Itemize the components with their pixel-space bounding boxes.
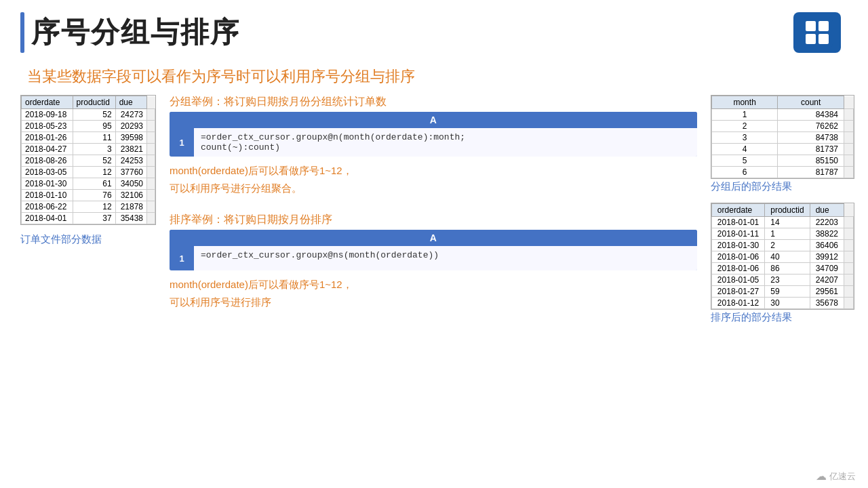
col-productid: productid [73,96,115,109]
col-orderdate: orderdate [22,96,73,109]
table-row: 2018-03-051237760 [22,167,155,178]
table-row: 2018-01-306134050 [22,178,155,190]
left-label: 订单文件部分数据 [20,233,156,246]
table-row: 2018-04-013735438 [22,213,155,224]
result-col-count: count [778,96,844,109]
sort-code-text: =order_ctx_cursor.groupx@ns(month(orderd… [194,246,697,270]
logo [793,12,841,53]
table-row: 384738 [711,132,853,144]
table-row: 2018-06-221221878 [22,201,155,213]
table-row: 2018-01-052324207 [711,274,853,286]
center-panel: 分组举例：将订购日期按月份分组统计订单数 A 1 =order_ctx_curs… [170,95,697,488]
main-content: orderdate productid due 2018-09-18522427… [0,95,868,488]
result-table1: month count 1843842762623847384817375851… [711,96,854,178]
table-row: 2018-09-185224273 [22,109,155,121]
table-row: 585150 [711,155,853,167]
group-desc: month(orderdate)后可以看做序号1~12，可以利用序号进行分组聚合… [170,159,697,201]
group-section-label: 分组举例：将订购日期按月份分组统计订单数 [170,95,697,109]
right-panel: month count 1843842762623847384817375851… [711,95,854,488]
left-panel: orderdate productid due 2018-09-18522427… [20,95,156,488]
group-code-header: A [170,112,697,128]
group-code-row: 1 =order_ctx_cursor.groupx@n(month(order… [170,128,697,157]
table-row: 2018-04-27323821 [22,144,155,155]
sort-code-row: 1 =order_ctx_cursor.groupx@ns(month(orde… [170,246,697,270]
result-table1-wrap: month count 1843842762623847384817375851… [711,95,854,179]
col-due: due [115,96,146,109]
result-col-month: month [711,96,778,109]
title-bar: 序号分组与排序 [20,12,240,53]
sort-code-num: 1 [170,246,194,270]
group-section: 分组举例：将订购日期按月份分组统计订单数 A 1 =order_ctx_curs… [170,95,697,201]
svg-rect-1 [806,21,816,31]
svg-rect-4 [818,34,829,44]
table-row: 2018-01-064039912 [711,251,853,263]
table-row: 2018-01-123035678 [711,298,853,309]
sort-desc: month(orderdate)后可以看做序号1~12，可以利用序号进行排序 [170,273,697,314]
table-row: 681787 [711,167,853,178]
table-row: 2018-05-239520293 [22,121,155,132]
group-code-text: =order_ctx_cursor.groupx@n(month(orderda… [194,128,697,157]
sort-section-label: 排序举例：将订购日期按月份排序 [170,213,697,227]
result-table2-wrap: orderdate productid due 2018-01-01142220… [711,203,854,310]
result-table1-label: 分组后的部分结果 [711,180,854,193]
result-table2-label: 排序后的部分结果 [711,311,854,324]
header: 序号分组与排序 [0,0,868,60]
sort-code-header: A [170,230,697,246]
group-code-num: 1 [170,128,194,157]
footer-icon: ☁ [816,470,827,483]
page-title: 序号分组与排序 [31,14,240,52]
group-code-block: A 1 =order_ctx_cursor.groupx@n(month(ord… [170,112,697,157]
table-row: 481737 [711,144,853,155]
result2-col-due: due [810,204,844,217]
table-row: 2018-08-265224253 [22,155,155,167]
footer-text: 亿速云 [829,470,856,483]
svg-rect-2 [818,21,829,31]
title-accent [20,12,24,53]
table-row: 276262 [711,121,853,132]
table-row: 2018-01-30236406 [711,240,853,251]
subtitle: 当某些数据字段可以看作为序号时可以利用序号分组与排序 [0,60,868,95]
table-row: 184384 [711,109,853,121]
sort-section: 排序举例：将订购日期按月份排序 A 1 =order_ctx_cursor.gr… [170,213,697,314]
table-row: 2018-01-11138822 [711,228,853,240]
table-row: 2018-01-011422203 [711,217,853,228]
result-table2: orderdate productid due 2018-01-01142220… [711,203,854,309]
table-row: 2018-01-275929561 [711,286,853,298]
svg-rect-3 [806,34,816,44]
sort-code-block: A 1 =order_ctx_cursor.groupx@ns(month(or… [170,230,697,270]
table-row: 2018-01-261139598 [22,132,155,144]
order-table: orderdate productid due 2018-09-18522427… [21,96,155,224]
footer: ☁ 亿速云 [816,470,856,483]
left-table-wrap: orderdate productid due 2018-09-18522427… [20,95,156,225]
table-row: 2018-01-068634709 [711,263,853,274]
table-row: 2018-01-107632106 [22,190,155,201]
result2-col-productid: productid [765,204,810,217]
result2-col-orderdate: orderdate [711,204,764,217]
